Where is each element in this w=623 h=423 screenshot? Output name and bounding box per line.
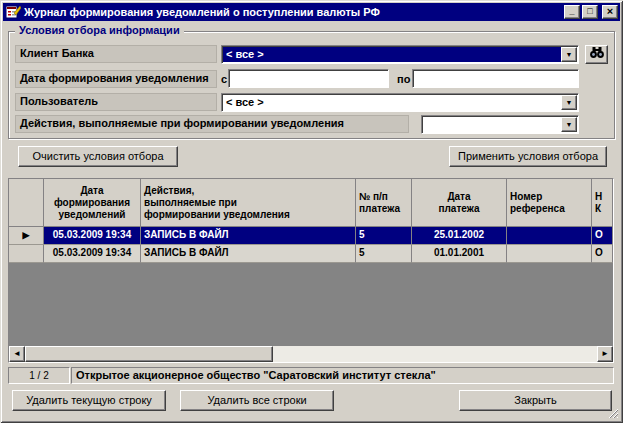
- delete-current-row-button[interactable]: Удалить текущую строку: [12, 390, 166, 411]
- date-from-input[interactable]: [228, 69, 389, 88]
- actions-select[interactable]: ▼: [421, 115, 579, 134]
- date-from-label: с: [221, 73, 227, 85]
- horizontal-scrollbar[interactable]: ◄ ►: [9, 346, 613, 362]
- app-icon[interactable]: [6, 5, 21, 19]
- delete-all-rows-button[interactable]: Удалить все строки: [180, 390, 334, 411]
- cell-payment-date[interactable]: 01.01.2001: [412, 245, 507, 263]
- header-payment-date: Дата платежа: [412, 179, 507, 227]
- cell-client-name[interactable]: О: [592, 227, 613, 245]
- filter-groupbox: Условия отбора информации Клиент Банка <…: [8, 31, 615, 139]
- window-title: Журнал формирования уведомлений о поступ…: [24, 6, 560, 18]
- scrollbar-track[interactable]: [25, 346, 597, 362]
- close-dialog-button[interactable]: Закрыть: [459, 390, 612, 411]
- scroll-left-icon[interactable]: ◄: [9, 346, 25, 362]
- title-bar[interactable]: Журнал формирования уведомлений о поступ…: [3, 3, 620, 21]
- row-selector[interactable]: [9, 245, 44, 263]
- resize-grip[interactable]: [606, 406, 619, 419]
- window: Журнал формирования уведомлений о поступ…: [0, 0, 623, 423]
- date-formed-label: Дата формирования уведомления: [15, 70, 217, 88]
- scroll-right-icon[interactable]: ►: [597, 346, 613, 362]
- maximize-button[interactable]: □: [582, 5, 598, 19]
- cell-payment-date[interactable]: 25.01.2002: [412, 227, 507, 245]
- user-label: Пользователь: [15, 93, 217, 111]
- client-bank-select[interactable]: < все > ▼: [221, 45, 579, 64]
- status-client-name: Открытое акционерное общество "Саратовск…: [71, 367, 614, 384]
- chevron-down-icon[interactable]: ▼: [561, 117, 577, 132]
- groupbox-title: Условия отбора информации: [15, 24, 184, 36]
- record-position-indicator: 1 / 2: [8, 367, 70, 384]
- cell-date-formed[interactable]: 05.03.2009 19:34: [44, 227, 141, 245]
- row-marker[interactable]: ▶: [9, 227, 44, 245]
- client-bank-label: Клиент Банка: [15, 45, 217, 63]
- close-button[interactable]: ×: [602, 5, 618, 19]
- cell-reference-no[interactable]: [507, 245, 592, 263]
- chevron-down-icon[interactable]: ▼: [561, 47, 577, 62]
- scrollbar-thumb[interactable]: [25, 346, 273, 362]
- date-to-input[interactable]: [412, 69, 579, 88]
- user-select[interactable]: < все > ▼: [221, 93, 579, 112]
- cell-payment-no[interactable]: 5: [356, 227, 412, 245]
- minimize-button[interactable]: _: [564, 5, 580, 19]
- table-row[interactable]: 05.03.2009 19:34 ЗАПИСЬ В ФАЙЛ 5 01.01.2…: [9, 245, 613, 263]
- header-actions: Действия, выполняемые при формировании у…: [141, 179, 356, 227]
- search-client-button[interactable]: [585, 45, 608, 64]
- cell-date-formed[interactable]: 05.03.2009 19:34: [44, 245, 141, 263]
- header-row-selector: [9, 179, 44, 227]
- actions-label: Действия, выполняемые при формировании у…: [15, 115, 409, 133]
- actions-value: [423, 117, 561, 132]
- clear-filters-button[interactable]: Очистить условия отбора: [18, 146, 178, 167]
- apply-filters-button[interactable]: Применить условия отбора: [449, 146, 607, 167]
- chevron-down-icon[interactable]: ▼: [561, 95, 577, 110]
- cell-reference-no[interactable]: [507, 227, 592, 245]
- table-row[interactable]: ▶ 05.03.2009 19:34 ЗАПИСЬ В ФАЙЛ 5 25.01…: [9, 227, 613, 245]
- date-to-label: по: [397, 73, 410, 85]
- header-payment-no: № п/п платежа: [356, 179, 412, 227]
- grid-empty-area: [9, 263, 613, 346]
- client-bank-value: < все >: [223, 47, 561, 62]
- cell-action[interactable]: ЗАПИСЬ В ФАЙЛ: [141, 227, 356, 245]
- user-value: < все >: [223, 95, 561, 110]
- cell-client-name[interactable]: О: [592, 245, 613, 263]
- cell-payment-no[interactable]: 5: [356, 245, 412, 263]
- header-client-name: Н К: [592, 179, 613, 227]
- cell-action[interactable]: ЗАПИСЬ В ФАЙЛ: [141, 245, 356, 263]
- grid-header-row: Дата формирования уведомлений Действия, …: [9, 179, 613, 227]
- header-date-formed: Дата формирования уведомлений: [44, 179, 141, 227]
- notifications-grid: Дата формирования уведомлений Действия, …: [8, 178, 614, 363]
- binoculars-icon: [589, 46, 605, 59]
- header-reference-no: Номер референса: [507, 179, 592, 227]
